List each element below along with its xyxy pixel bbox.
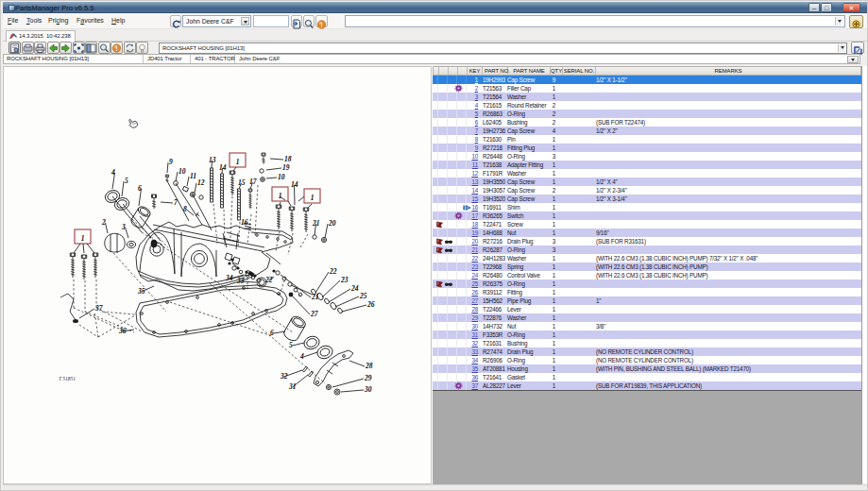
svg-text:3: 3 — [121, 223, 126, 231]
svg-text:24: 24 — [350, 284, 359, 293]
svg-text:10: 10 — [179, 167, 186, 176]
svg-text:12: 12 — [197, 178, 205, 187]
svg-text:13: 13 — [209, 156, 216, 164]
svg-text:27: 27 — [310, 310, 318, 318]
svg-text:11: 11 — [190, 172, 196, 180]
svg-text:18: 18 — [284, 155, 292, 163]
svg-text:29: 29 — [364, 374, 372, 382]
svg-text:14: 14 — [219, 163, 227, 172]
svg-text:6: 6 — [270, 329, 274, 337]
svg-text:1: 1 — [311, 194, 315, 202]
svg-text:1: 1 — [279, 192, 282, 200]
svg-text:9: 9 — [169, 158, 173, 166]
svg-text:30: 30 — [364, 385, 372, 394]
svg-text:21: 21 — [311, 293, 319, 301]
svg-text:7: 7 — [174, 198, 178, 207]
svg-text:1: 1 — [236, 158, 240, 166]
svg-text:19: 19 — [282, 163, 290, 172]
svg-text:17: 17 — [249, 178, 257, 186]
svg-text:10: 10 — [278, 173, 285, 181]
svg-text:8: 8 — [183, 205, 187, 213]
svg-text:T 51851: T 51851 — [59, 376, 76, 381]
svg-text:28: 28 — [365, 362, 373, 370]
svg-text:1: 1 — [81, 234, 85, 243]
svg-text:23: 23 — [340, 276, 349, 284]
svg-text:37: 37 — [94, 304, 103, 313]
svg-text:26: 26 — [366, 300, 375, 309]
svg-text:33: 33 — [236, 277, 245, 285]
svg-text:2: 2 — [101, 218, 106, 227]
svg-text:15: 15 — [238, 178, 246, 187]
svg-text:16: 16 — [241, 218, 248, 227]
svg-text:4: 4 — [299, 352, 304, 361]
svg-text:22: 22 — [329, 267, 337, 276]
svg-text:31: 31 — [288, 382, 297, 391]
svg-text:25: 25 — [359, 292, 367, 300]
svg-text:22: 22 — [264, 276, 273, 284]
svg-text:5: 5 — [289, 341, 293, 349]
svg-text:32: 32 — [280, 372, 288, 381]
svg-text:35: 35 — [137, 287, 145, 296]
svg-text:20: 20 — [328, 219, 336, 228]
svg-text:5: 5 — [125, 177, 128, 185]
